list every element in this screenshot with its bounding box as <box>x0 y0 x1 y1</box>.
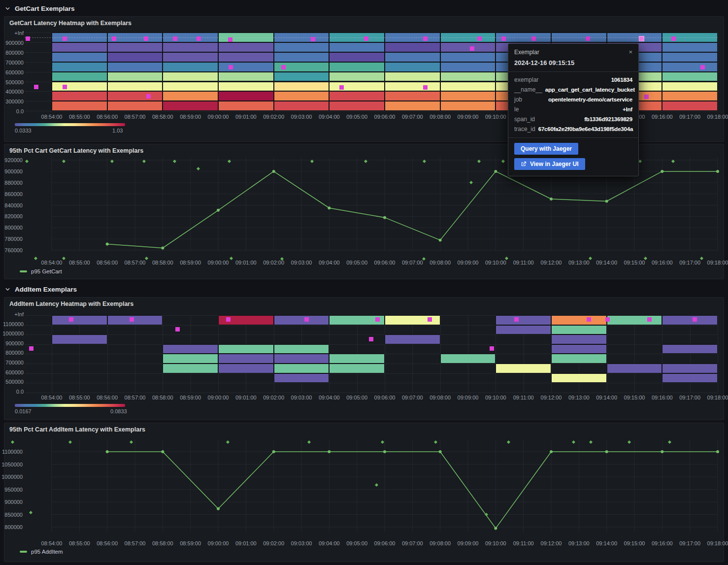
heatmap-cell[interactable] <box>163 344 218 354</box>
heatmap-cell[interactable] <box>218 344 274 354</box>
heatmap-cell[interactable] <box>551 325 607 335</box>
heatmap-cell[interactable] <box>551 334 607 344</box>
heatmap-cell[interactable] <box>274 42 330 52</box>
heatmap-cell[interactable] <box>440 42 496 52</box>
heatmap-exemplar[interactable] <box>586 36 590 41</box>
heatmap-cell[interactable] <box>274 72 330 82</box>
heatmap-cell[interactable] <box>329 72 385 82</box>
heatmap-cell[interactable] <box>52 101 107 111</box>
heatmap-exemplar[interactable] <box>112 36 116 41</box>
heatmap-exemplar[interactable] <box>375 317 380 322</box>
row-header-getcart[interactable]: GetCart Exemplars <box>5 3 75 13</box>
heatmap-cell[interactable] <box>218 354 274 364</box>
heatmap-exemplar[interactable] <box>671 36 676 41</box>
panel-title[interactable]: AddItem Latency Heatmap with Exemplars <box>9 300 133 307</box>
heatmap-cell[interactable] <box>107 62 163 72</box>
heatmap-cell[interactable] <box>662 364 718 373</box>
heatmap-cell[interactable] <box>496 315 551 325</box>
heatmap-cell[interactable] <box>440 52 496 62</box>
heatmap-cell[interactable] <box>385 52 440 62</box>
heatmap-exemplar[interactable] <box>175 327 180 332</box>
heatmap-cell[interactable] <box>218 101 274 111</box>
heatmap-cell[interactable] <box>107 52 163 62</box>
heatmap-exemplar[interactable] <box>69 317 73 322</box>
heatmap-cell[interactable] <box>218 42 274 52</box>
heatmap-cell[interactable] <box>385 42 440 52</box>
heatmap-cell[interactable] <box>329 91 385 101</box>
heatmap-exemplar[interactable] <box>311 37 315 41</box>
legend-item-p95-getcart[interactable]: p95 GetCart <box>20 268 62 274</box>
heatmap-cell[interactable] <box>551 373 607 383</box>
heatmap-cell[interactable] <box>52 334 107 344</box>
heatmap-cell[interactable] <box>163 42 218 52</box>
heatmap-exemplar[interactable] <box>26 36 30 41</box>
heatmap-exemplar[interactable] <box>229 65 233 69</box>
heatmap-cell[interactable] <box>107 42 163 52</box>
heatmap-cell[interactable] <box>385 334 440 344</box>
heatmap-cell[interactable] <box>496 364 551 373</box>
heatmap-cell[interactable] <box>52 315 107 325</box>
heatmap-cell[interactable] <box>274 82 330 92</box>
heatmap-exemplar[interactable] <box>501 36 506 41</box>
heatmap-exemplar[interactable] <box>644 95 649 99</box>
heatmap-cell[interactable] <box>662 344 718 354</box>
heatmap-cell[interactable] <box>662 82 718 92</box>
panel-title[interactable]: GetCart Latency Heatmap with Exemplars <box>9 20 132 27</box>
heatmap-cell[interactable] <box>329 354 385 364</box>
heatmap-cell[interactable] <box>329 42 385 52</box>
heatmap-cell[interactable] <box>218 72 274 82</box>
heatmap-cell[interactable] <box>52 52 107 62</box>
heatmap-exemplar[interactable] <box>470 46 474 51</box>
heatmap-cell[interactable] <box>218 91 274 101</box>
heatmap-cell[interactable] <box>662 42 718 52</box>
heatmap-cell[interactable] <box>662 101 718 111</box>
heatmap-cell[interactable] <box>274 364 330 373</box>
heatmap-exemplar[interactable] <box>29 346 33 351</box>
panel-title[interactable]: 95th Pct Cart GetCart Latency with Exemp… <box>9 147 143 154</box>
heatmap-cell[interactable] <box>52 91 107 101</box>
heatmap-cell[interactable] <box>274 52 330 62</box>
heatmap-cell[interactable] <box>329 101 385 111</box>
heatmap-cell[interactable] <box>385 82 440 92</box>
heatmap-exemplar[interactable] <box>304 317 309 322</box>
heatmap-exemplar[interactable] <box>490 346 494 351</box>
heatmap-cell[interactable] <box>107 91 163 101</box>
heatmap-cell[interactable] <box>607 364 662 373</box>
heatmap-cell[interactable] <box>218 364 274 373</box>
heatmap-cell[interactable] <box>329 62 385 72</box>
heatmap-cell[interactable] <box>52 62 107 72</box>
heatmap-exemplar[interactable] <box>281 65 286 69</box>
legend-item-p95-additem[interactable]: p95 AddItem <box>20 549 63 555</box>
heatmap-cell[interactable] <box>107 72 163 82</box>
heatmap-exemplar[interactable] <box>423 36 428 41</box>
heatmap-cell[interactable] <box>274 373 330 383</box>
heatmap-exemplar[interactable] <box>369 337 373 341</box>
heatmap-cell[interactable] <box>440 62 496 72</box>
row-header-additem[interactable]: AddItem Exemplars <box>5 284 77 294</box>
heatmap-cell[interactable] <box>440 354 496 364</box>
panel-title[interactable]: 95th Pct Cart AddItem Latency with Exemp… <box>9 426 145 433</box>
heatmap-cell[interactable] <box>107 315 163 325</box>
heatmap-exemplar[interactable] <box>197 36 201 41</box>
heatmap-exemplar[interactable] <box>423 85 428 90</box>
heatmap-cell[interactable] <box>163 354 218 364</box>
heatmap-exemplar[interactable] <box>144 36 148 41</box>
heatmap-exemplar[interactable] <box>339 85 344 90</box>
heatmap-cell[interactable] <box>662 62 718 72</box>
query-with-jaeger-button[interactable]: Query with Jaeger <box>514 143 578 155</box>
heatmap-cell[interactable] <box>163 364 218 373</box>
heatmap-cell[interactable] <box>163 82 218 92</box>
heatmap-cell[interactable] <box>329 52 385 62</box>
heatmap-cell[interactable] <box>52 72 107 82</box>
heatmap-cell[interactable] <box>662 91 718 101</box>
heatmap-exemplar[interactable] <box>63 85 67 89</box>
heatmap-cell[interactable] <box>52 82 107 92</box>
heatmap-cell[interactable] <box>329 364 385 373</box>
heatmap-cell[interactable] <box>107 82 163 92</box>
heatmap-cell[interactable] <box>274 101 330 111</box>
heatmap-cell[interactable] <box>662 315 718 325</box>
heatmap-cell[interactable] <box>163 62 218 72</box>
heatmap-cell[interactable] <box>440 101 496 111</box>
heatmap-cell[interactable] <box>551 344 607 354</box>
heatmap-exemplar[interactable] <box>605 317 610 322</box>
